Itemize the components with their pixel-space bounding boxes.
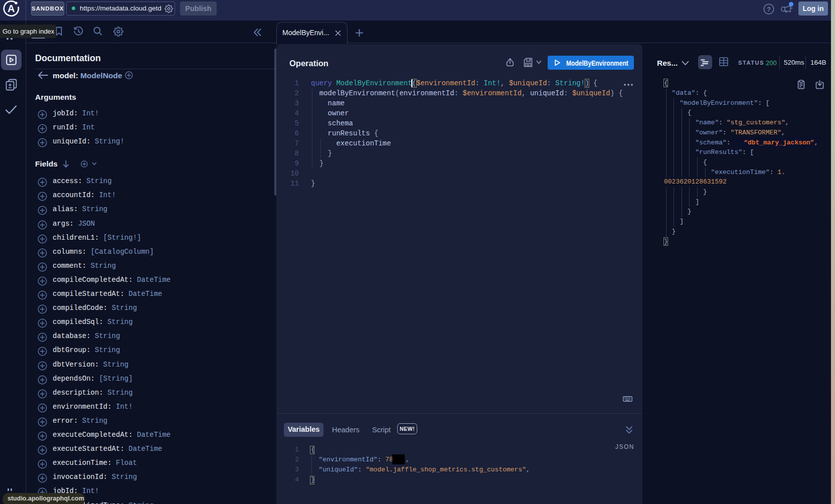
svg-text:?: ? [767,6,771,13]
svg-text:A: A [8,3,15,14]
